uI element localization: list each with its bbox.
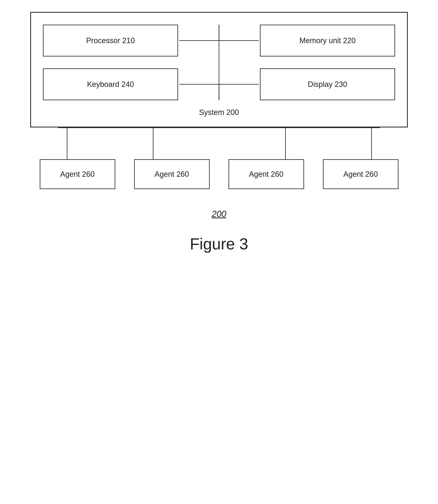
diagram-container: Processor 210 Mem [20,12,418,253]
agent-label-1: Agent 260 [60,170,95,179]
system-box: Processor 210 Mem [30,12,408,127]
figure-ref: 200 [212,209,226,219]
agent-box-3: Agent 260 [229,159,304,189]
display-label: Display 230 [308,80,347,89]
keyboard-box: Keyboard 240 [43,68,178,100]
agent-box-1: Agent 260 [40,159,115,189]
connector-section [30,127,408,159]
agent-label-3: Agent 260 [249,170,283,179]
processor-label: Processor 210 [86,36,135,45]
crossbar-bottom [179,68,259,100]
agent-label-4: Agent 260 [343,170,378,179]
agent-box-4: Agent 260 [323,159,398,189]
agents-row: Agent 260 Agent 260 Agent 260 Agent 260 [30,159,408,189]
memory-label: Memory unit 220 [299,36,356,45]
display-box: Display 230 [260,68,395,100]
keyboard-label: Keyboard 240 [87,80,134,89]
agent-box-2: Agent 260 [134,159,210,189]
system-label: System 200 [43,108,395,117]
figure-caption: Figure 3 [190,235,248,253]
agent-label-2: Agent 260 [155,170,189,179]
processor-box: Processor 210 [43,25,178,56]
memory-box: Memory unit 220 [260,25,395,56]
